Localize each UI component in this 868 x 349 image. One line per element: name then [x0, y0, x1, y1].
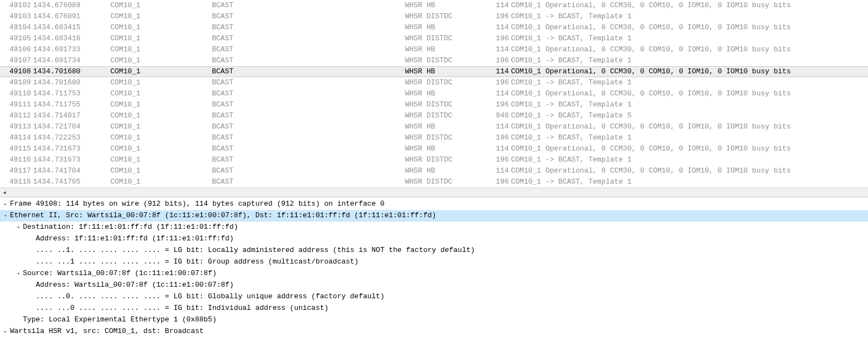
detail-line[interactable]: Type: Local Experimental Ethertype 1 (0x…	[0, 314, 868, 326]
packet-row[interactable]: 491121434.714017COM10_1BCASTWHSR DISTDC9…	[0, 110, 868, 121]
packet-row[interactable]: 491151434.731673COM10_1BCASTWHSR HB114CO…	[0, 143, 868, 154]
cell-len: 114	[492, 44, 511, 55]
cell-info: COM10_1 -> BCAST, Template 1	[511, 11, 631, 22]
chevron-down-icon[interactable]: ▾	[2, 211, 9, 222]
packet-row[interactable]: 491101434.711753COM10_1BCASTWHSR HB114CO…	[0, 88, 868, 99]
cell-src: COM10_1	[94, 121, 212, 132]
detail-text: Address: Wartsila_00:07:8f (1c:11:e1:00:…	[36, 281, 234, 289]
tree-spacer	[28, 234, 35, 245]
chevron-right-icon[interactable]: ▸	[2, 326, 9, 337]
cell-no: 49113	[3, 121, 33, 132]
packet-list-hscrollbar[interactable]: ◀	[0, 187, 868, 197]
detail-line[interactable]: Address: 1f:11:e1:01:ff:fd (1f:11:e1:01:…	[0, 233, 868, 245]
cell-src: COM10_1	[94, 88, 212, 99]
packet-row[interactable]: 491071434.691734COM10_1BCASTWHSR DISTDC1…	[0, 55, 868, 66]
chevron-down-icon[interactable]: ▾	[15, 269, 22, 280]
cell-proto: WHSR DISTDC	[405, 176, 492, 187]
detail-line[interactable]: .... ..1. .... .... .... .... = LG bit: …	[0, 245, 868, 256]
detail-line[interactable]: ▾Destination: 1f:11:e1:01:ff:fd (1f:11:e…	[0, 222, 868, 233]
cell-info: COM10_1 Operational, 0 CCM30, 0 COM10, 0…	[511, 22, 791, 33]
cell-no: 49111	[3, 99, 33, 110]
cell-proto: WHSR DISTDC	[405, 154, 492, 165]
cell-len: 196	[492, 176, 511, 187]
detail-line[interactable]: ▸Wartsila HSR v1, src: COM10_1, dst: Bro…	[0, 326, 868, 337]
cell-no: 49103	[3, 11, 33, 22]
tree-spacer	[28, 303, 35, 314]
packet-row[interactable]: 491041434.683415COM10_1BCASTWHSR HB114CO…	[0, 22, 868, 33]
packet-row[interactable]: 491081434.701680COM10_1BCASTWHSR HB114CO…	[0, 66, 868, 77]
packet-row[interactable]: 491111434.711755COM10_1BCASTWHSR DISTDC1…	[0, 99, 868, 110]
packet-row[interactable]: 491061434.691733COM10_1BCASTWHSR HB114CO…	[0, 44, 868, 55]
detail-text: .... ..1. .... .... .... .... = LG bit: …	[36, 246, 475, 254]
cell-proto: WHSR DISTDC	[405, 55, 492, 66]
chevron-right-icon[interactable]: ▸	[2, 199, 9, 210]
cell-no: 49118	[3, 176, 33, 187]
packet-row[interactable]: 491131434.721704COM10_1BCASTWHSR HB114CO…	[0, 121, 868, 132]
cell-src: COM10_1	[94, 110, 212, 121]
cell-proto: WHSR HB	[405, 121, 492, 132]
cell-time: 1434.722253	[33, 132, 94, 143]
cell-dst: BCAST	[212, 132, 405, 143]
cell-src: COM10_1	[94, 44, 212, 55]
detail-text: Ethernet II, Src: Wartsila_00:07:8f (1c:…	[10, 211, 436, 219]
detail-text: .... ...1 .... .... .... .... = IG bit: …	[36, 257, 359, 266]
detail-line[interactable]: .... ..0. .... .... .... .... = LG bit: …	[0, 291, 868, 303]
cell-proto: WHSR HB	[405, 0, 492, 11]
packet-row[interactable]: 491021434.676089COM10_1BCASTWHSR HB114CO…	[0, 0, 868, 11]
cell-time: 1434.683416	[33, 33, 94, 44]
cell-len: 948	[492, 110, 511, 121]
cell-info: COM10_1 -> BCAST, Template 1	[511, 55, 631, 66]
detail-line[interactable]: Address: Wartsila_00:07:8f (1c:11:e1:00:…	[0, 280, 868, 291]
cell-src: COM10_1	[94, 143, 212, 154]
cell-time: 1434.691733	[33, 44, 94, 55]
cell-dst: BCAST	[212, 110, 405, 121]
packet-row[interactable]: 491031434.676091COM10_1BCASTWHSR DISTDC1…	[0, 11, 868, 22]
cell-dst: BCAST	[212, 33, 405, 44]
packet-row[interactable]: 491051434.683416COM10_1BCASTWHSR DISTDC1…	[0, 33, 868, 44]
cell-len: 114	[492, 67, 511, 77]
packet-row[interactable]: 491141434.722253COM10_1BCASTWHSR DISTDC1…	[0, 132, 868, 143]
cell-no: 49117	[3, 165, 33, 176]
cell-no: 49109	[3, 77, 33, 88]
cell-src: COM10_1	[94, 165, 212, 176]
detail-line[interactable]: .... ...1 .... .... .... .... = IG bit: …	[0, 256, 868, 268]
cell-src: COM10_1	[94, 22, 212, 33]
cell-no: 49102	[3, 0, 33, 11]
cell-time: 1434.683415	[33, 22, 94, 33]
tree-spacer	[28, 292, 35, 303]
packet-row[interactable]: 491171434.741704COM10_1BCASTWHSR HB114CO…	[0, 165, 868, 176]
cell-time: 1434.701680	[33, 77, 94, 88]
chevron-down-icon[interactable]: ▾	[15, 222, 22, 233]
cell-no: 49112	[3, 110, 33, 121]
detail-line[interactable]: ▾Source: Wartsila_00:07:8f (1c:11:e1:00:…	[0, 268, 868, 280]
packet-list[interactable]: 491021434.676089COM10_1BCASTWHSR HB114CO…	[0, 0, 868, 187]
scroll-left-icon[interactable]: ◀	[0, 189, 9, 197]
cell-info: COM10_1 Operational, 0 CCM30, 0 COM10, 0…	[511, 121, 791, 132]
packet-row[interactable]: 491161434.731673COM10_1BCASTWHSR DISTDC1…	[0, 154, 868, 165]
cell-src: COM10_1	[94, 67, 212, 77]
detail-text: .... ...0 .... .... .... .... = IG bit: …	[36, 304, 329, 312]
cell-info: COM10_1 Operational, 0 CCM30, 0 COM10, 0…	[511, 143, 791, 154]
cell-src: COM10_1	[94, 132, 212, 143]
detail-line[interactable]: .... ...0 .... .... .... .... = IG bit: …	[0, 303, 868, 314]
cell-len: 196	[492, 11, 511, 22]
cell-len: 196	[492, 132, 511, 143]
packet-row[interactable]: 491181434.741705COM10_1BCASTWHSR DISTDC1…	[0, 176, 868, 187]
cell-no: 49107	[3, 55, 33, 66]
cell-len: 114	[492, 121, 511, 132]
cell-len: 196	[492, 33, 511, 44]
cell-dst: BCAST	[212, 77, 405, 88]
cell-dst: BCAST	[212, 67, 405, 77]
detail-line[interactable]: ▸Frame 49108: 114 bytes on wire (912 bit…	[0, 198, 868, 210]
cell-no: 49110	[3, 88, 33, 99]
detail-line[interactable]: ▾Ethernet II, Src: Wartsila_00:07:8f (1c…	[0, 210, 868, 222]
cell-dst: BCAST	[212, 176, 405, 187]
cell-proto: WHSR DISTDC	[405, 33, 492, 44]
detail-text: Source: Wartsila_00:07:8f (1c:11:e1:00:0…	[23, 269, 216, 277]
detail-text: Wartsila HSR v1, src: COM10_1, dst: Broa…	[10, 327, 204, 335]
packet-details-tree[interactable]: ▸Frame 49108: 114 bytes on wire (912 bit…	[0, 197, 868, 341]
cell-info: COM10_1 -> BCAST, Template 1	[511, 132, 631, 143]
packet-row[interactable]: 491091434.701680COM10_1BCASTWHSR DISTDC1…	[0, 77, 868, 88]
cell-len: 114	[492, 0, 511, 11]
cell-dst: BCAST	[212, 44, 405, 55]
